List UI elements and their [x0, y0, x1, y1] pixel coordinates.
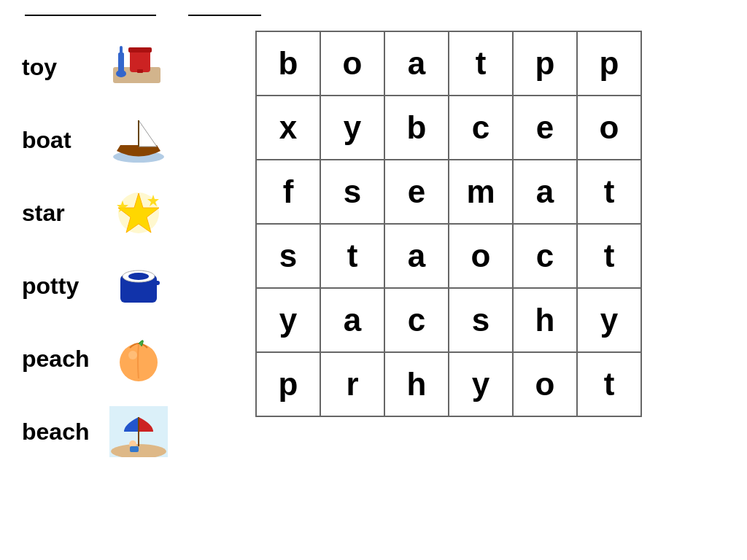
date-line[interactable]: [188, 15, 261, 16]
word-image-boat: [109, 111, 168, 169]
svg-rect-4: [118, 52, 124, 73]
grid-cell-5-1[interactable]: r: [321, 353, 385, 417]
date-field: [185, 15, 261, 16]
word-image-beach: [109, 402, 168, 461]
grid-cell-4-5[interactable]: y: [578, 289, 642, 353]
grid-cell-4-2[interactable]: c: [385, 289, 449, 353]
page: toy: [0, 0, 747, 560]
grid-cell-4-0[interactable]: y: [257, 289, 321, 353]
grid-cell-1-1[interactable]: y: [321, 96, 385, 160]
grid-cell-0-1[interactable]: o: [321, 32, 385, 96]
grid-area: boatppxybceofsematstaoctyacshyprhyot: [255, 31, 642, 417]
grid-cell-1-4[interactable]: e: [514, 96, 578, 160]
word-label-beach: beach: [22, 419, 102, 446]
svg-point-16: [128, 273, 149, 280]
main-content: toy: [22, 31, 725, 468]
grid-cell-2-1[interactable]: s: [321, 160, 385, 225]
word-label-toy: toy: [22, 54, 102, 81]
word-image-peach: [109, 330, 168, 388]
word-label-boat: boat: [22, 127, 102, 154]
word-row-boat: boat: [22, 104, 233, 176]
name-line[interactable]: [25, 15, 156, 16]
grid-cell-3-3[interactable]: o: [449, 225, 514, 289]
svg-rect-6: [120, 46, 123, 55]
word-row-beach: beach: [22, 395, 233, 468]
word-image-star: [109, 184, 168, 242]
word-label-peach: peach: [22, 346, 102, 373]
svg-point-19: [128, 351, 137, 359]
svg-rect-2: [128, 47, 152, 52]
grid-cell-5-3[interactable]: y: [449, 353, 514, 417]
grid-cell-2-3[interactable]: m: [449, 160, 514, 225]
word-list: toy: [22, 31, 233, 468]
svg-marker-8: [139, 120, 157, 147]
word-image-toy: [109, 38, 168, 96]
grid-cell-0-3[interactable]: t: [449, 32, 514, 96]
grid-cell-5-4[interactable]: o: [514, 353, 578, 417]
word-row-toy: toy: [22, 31, 233, 104]
grid-cell-2-2[interactable]: e: [385, 160, 449, 225]
word-image-potty: [109, 257, 168, 315]
word-label-star: star: [22, 200, 102, 227]
svg-point-5: [116, 70, 126, 77]
word-search-grid: boatppxybceofsematstaoctyacshyprhyot: [255, 31, 642, 417]
grid-cell-5-5[interactable]: t: [578, 353, 642, 417]
svg-rect-17: [150, 281, 160, 285]
grid-cell-1-0[interactable]: x: [257, 96, 321, 160]
name-field: [22, 15, 156, 16]
grid-cell-4-4[interactable]: h: [514, 289, 578, 353]
grid-cell-3-4[interactable]: c: [514, 225, 578, 289]
grid-cell-3-2[interactable]: a: [385, 225, 449, 289]
svg-rect-3: [137, 69, 143, 73]
grid-cell-3-0[interactable]: s: [257, 225, 321, 289]
grid-cell-1-2[interactable]: b: [385, 96, 449, 160]
grid-cell-4-1[interactable]: a: [321, 289, 385, 353]
grid-cell-2-5[interactable]: t: [578, 160, 642, 225]
grid-cell-0-0[interactable]: b: [257, 32, 321, 96]
word-row-star: star: [22, 176, 233, 249]
word-row-peach: peach: [22, 322, 233, 395]
grid-cell-1-3[interactable]: c: [449, 96, 514, 160]
grid-cell-5-2[interactable]: h: [385, 353, 449, 417]
grid-cell-1-5[interactable]: o: [578, 96, 642, 160]
grid-cell-5-0[interactable]: p: [257, 353, 321, 417]
header: [22, 15, 725, 16]
svg-rect-24: [130, 446, 139, 452]
word-row-potty: potty: [22, 249, 233, 322]
grid-cell-4-3[interactable]: s: [449, 289, 514, 353]
grid-cell-0-4[interactable]: p: [514, 32, 578, 96]
grid-cell-2-0[interactable]: f: [257, 160, 321, 225]
grid-cell-3-1[interactable]: t: [321, 225, 385, 289]
grid-cell-3-5[interactable]: t: [578, 225, 642, 289]
word-label-potty: potty: [22, 273, 102, 300]
grid-cell-0-2[interactable]: a: [385, 32, 449, 96]
grid-cell-2-4[interactable]: a: [514, 160, 578, 225]
grid-cell-0-5[interactable]: p: [578, 32, 642, 96]
